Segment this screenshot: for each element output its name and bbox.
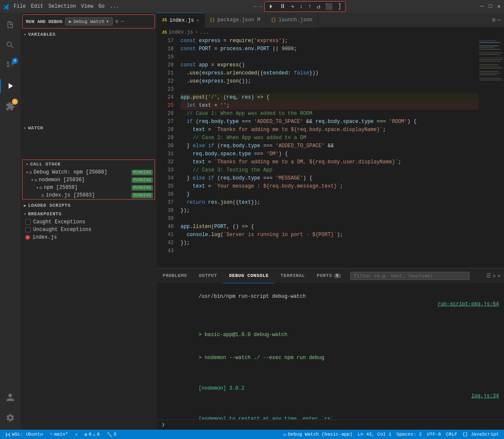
pause-button[interactable]: ⏸ <box>278 3 287 10</box>
sidebar-item-settings[interactable] <box>0 408 20 428</box>
restart-button[interactable]: ↺ <box>315 3 321 11</box>
status-eol[interactable]: CRLF <box>444 432 459 437</box>
gear-icon: ⚙ <box>29 170 32 175</box>
breakpoints-header[interactable]: ▾ BREAKPOINTS <box>20 210 157 218</box>
status-errors[interactable]: ⊗ 0 ⚠ 0 <box>83 432 101 437</box>
svg-rect-10 <box>479 61 501 62</box>
caught-exceptions-checkbox[interactable] <box>26 220 31 225</box>
call-stack-nodemon-label: nodemon [25036] <box>39 177 132 183</box>
terminal-expand-icon[interactable]: ❯ <box>162 422 165 428</box>
close-panel-button[interactable]: ] <box>336 3 342 10</box>
back-nav-icon[interactable]: ← <box>254 3 257 10</box>
debug-more-icon[interactable]: ⋯ <box>121 18 124 25</box>
sidebar-item-run-debug[interactable] <box>0 76 20 96</box>
sidebar-item-account[interactable] <box>0 387 20 408</box>
status-branch[interactable]: ⑂ main* <box>48 432 70 437</box>
tab-packagejson[interactable]: {} package.json M <box>205 13 266 28</box>
debug-session-button[interactable]: ▶ Debug Watch ▾ <box>65 17 113 26</box>
edit-menu[interactable]: Edit <box>31 3 43 9</box>
panel-clear-icon[interactable]: ☰ <box>486 272 491 279</box>
status-language[interactable]: {} JavaScript <box>461 432 501 437</box>
uncaught-exceptions-checkbox[interactable] <box>26 227 31 232</box>
panel-close-icon[interactable]: ✕ <box>498 273 501 279</box>
status-debug-session[interactable]: ▷ Debug Watch (basic-app) <box>282 432 354 437</box>
file-menu[interactable]: File <box>14 3 26 9</box>
continue-button[interactable]: ⏵ <box>267 3 276 10</box>
console-link-6[interactable]: log.js:34 <box>471 392 499 400</box>
tab-indexjs[interactable]: JS index.js ✕ <box>157 13 205 28</box>
step-into-button[interactable]: ↓ <box>298 3 304 10</box>
status-debug[interactable]: 🔧 5 <box>105 432 118 437</box>
close-button[interactable]: ✕ <box>497 3 501 10</box>
tab-ports[interactable]: PORTS 5 <box>311 268 346 283</box>
minimize-button[interactable]: — <box>481 3 484 10</box>
status-cursor[interactable]: Ln 43, Col 1 <box>356 432 393 437</box>
panel-content[interactable]: /usr/bin/npm run-script debug-watch run-… <box>157 283 504 419</box>
code-line-19 <box>180 53 478 61</box>
svg-rect-18 <box>479 80 503 80</box>
loaded-scripts-header[interactable]: ▶ LOADED SCRIPTS <box>20 201 157 210</box>
debug-config-icon[interactable]: ⚙ <box>115 18 118 25</box>
filter-input[interactable] <box>350 272 470 280</box>
call-stack-item-npm25008[interactable]: ▾ ⚙ Debug Watch: npm [25008] RUNNING <box>23 168 155 176</box>
debug-header: RUN AND DEBUG ▶ Debug Watch ▾ ⚙ ⋯ <box>22 14 155 29</box>
debug-count: 5 <box>114 432 117 437</box>
panel-collapse-icon[interactable]: ∧ <box>493 273 496 279</box>
svg-rect-11 <box>479 64 498 65</box>
call-stack-header[interactable]: ▾ CALL STACK <box>23 160 155 168</box>
call-stack-item-npm25059[interactable]: ▾ ⚙ npm [25059] RUNNING <box>23 184 155 191</box>
sidebar-item-search[interactable] <box>0 35 20 55</box>
go-menu[interactable]: Go <box>98 3 104 9</box>
main-layout: 4 1 <box>0 13 504 430</box>
maximize-button[interactable]: □ <box>489 3 492 10</box>
code-editor[interactable]: 17 18 19 20 21 22 23 24 25 26 27 28 29 3… <box>157 37 504 268</box>
code-line-37: return res.json({text}); <box>180 199 478 207</box>
step-out-button[interactable]: ↑ <box>307 3 313 10</box>
tab-output[interactable]: OUTPUT <box>193 268 223 283</box>
tab-terminal[interactable]: TERMINAL <box>275 268 311 283</box>
more-menu[interactable]: ... <box>110 3 119 9</box>
step-over-button[interactable]: ↷ <box>289 3 295 11</box>
code-line-35: text = `Your message : ${req.body.messag… <box>180 182 478 191</box>
forward-nav-icon[interactable]: → <box>259 3 262 10</box>
tab-json-icon1: {} <box>210 18 215 23</box>
selection-menu[interactable]: Selection <box>49 3 76 9</box>
uncaught-exceptions-item[interactable]: Uncaught Exceptions <box>20 226 157 234</box>
svg-rect-17 <box>479 78 501 79</box>
tab-debug-console[interactable]: DEBUG CONSOLE <box>223 268 275 283</box>
code-line-21: .use(express.urlencoded({extended: false… <box>180 69 478 77</box>
more-tabs-icon[interactable]: ⋯ <box>497 17 501 23</box>
console-link-1[interactable]: run-script-pkg.js:64 <box>438 300 499 308</box>
tab-problems[interactable]: PROBLEMS <box>157 268 193 283</box>
svg-rect-7 <box>479 54 501 55</box>
gear-icon4: ⚙ <box>41 193 44 198</box>
tab-indexjs-close[interactable]: ✕ <box>197 18 199 23</box>
status-spaces[interactable]: Spaces: 2 <box>395 432 423 437</box>
line-41: 41 <box>160 231 174 239</box>
call-stack-item-indexjs[interactable]: ⚙ index.js [25083] RUNNING <box>23 191 155 199</box>
debug-session-label: Debug Watch <box>73 19 104 24</box>
breadcrumb-js-icon: JS <box>162 30 167 35</box>
status-encoding[interactable]: UTF-8 <box>425 432 443 437</box>
sidebar-item-explorer[interactable] <box>0 14 20 35</box>
code-line-29: // Case 2: When App was added to a DM <box>180 134 478 142</box>
variables-section-header[interactable]: ▾ VARIABLES <box>20 30 157 39</box>
call-stack-section: ▾ CALL STACK ▾ ⚙ Debug Watch: npm [25008… <box>22 160 155 200</box>
call-stack-item-nodemon[interactable]: ▾ ⚙ nodemon [25036] RUNNING <box>23 176 155 184</box>
indexjs-breakpoint-item[interactable]: index.js <box>20 234 157 241</box>
watch-section-header[interactable]: ▾ WATCH <box>20 124 157 132</box>
console-line-5 <box>162 369 499 377</box>
tab-launchjson[interactable]: {} launch.json <box>266 13 318 28</box>
sidebar-item-extensions[interactable]: 1 <box>0 96 20 117</box>
status-wsl[interactable]: ❯❮ WSL: Ubuntu <box>3 432 45 437</box>
stop-button[interactable]: ⬛ <box>324 3 334 11</box>
minimap <box>478 37 504 268</box>
status-sync[interactable]: ⚡ <box>73 432 80 437</box>
code-line-28: text = `Thanks for adding me to ${req.bo… <box>180 126 478 134</box>
source-control-badge: 4 <box>12 58 18 64</box>
view-menu[interactable]: View <box>81 3 93 9</box>
code-line-23 <box>180 86 478 94</box>
sidebar-item-source-control[interactable]: 4 <box>0 55 20 76</box>
split-editor-icon[interactable]: ⊞ <box>492 17 495 23</box>
caught-exceptions-item[interactable]: Caught Exceptions <box>20 218 157 226</box>
